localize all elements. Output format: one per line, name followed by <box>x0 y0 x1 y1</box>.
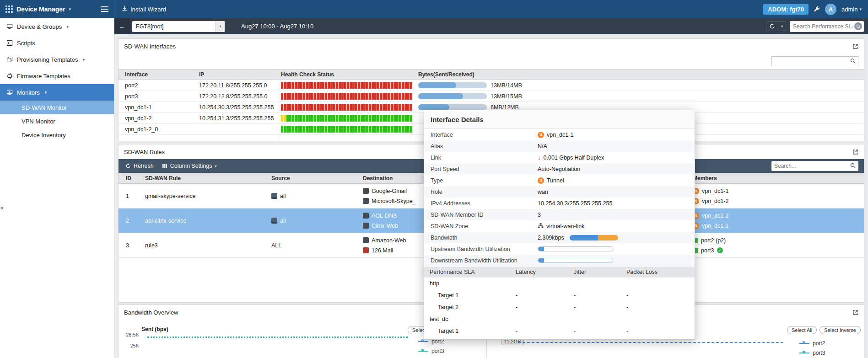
interface-ip: 172.20.11.8/255.255.255.0 <box>199 82 281 89</box>
sla-jitter-value: - <box>574 292 626 299</box>
health-block <box>399 115 401 122</box>
select-all-button[interactable]: Select All <box>787 326 817 334</box>
rules-search-input[interactable] <box>774 163 848 169</box>
sidebar-item-sdwan-monitor[interactable]: SD-WAN Monitor <box>0 101 114 114</box>
rule-members: port2 (p2)port3✓ <box>690 235 864 256</box>
app-title: Device Manager <box>16 5 65 13</box>
sidebar-item-device-inventory[interactable]: Device Inventory <box>0 128 114 142</box>
health-block <box>311 104 313 111</box>
wrench-icon[interactable] <box>814 6 820 12</box>
interface-name: vpn_dc1-2_0 <box>119 126 199 133</box>
sidebar-item-scripts[interactable]: Scripts <box>0 35 114 51</box>
column-settings-button[interactable]: Column Settings ▾ <box>158 159 221 173</box>
column-header[interactable]: Bytes(Sent/Received) <box>418 71 864 78</box>
legend-item[interactable]: port2 <box>799 340 825 347</box>
health-block <box>374 104 377 111</box>
legend-item[interactable]: port3 <box>799 350 825 356</box>
bandwidth-bar-segment <box>570 235 598 240</box>
adom-badge[interactable]: ADOM: fgt70 <box>763 4 809 15</box>
back-button[interactable]: ← <box>114 18 130 34</box>
health-block <box>295 126 297 133</box>
column-header[interactable]: Health Check Status <box>281 71 418 78</box>
series-marker <box>799 353 809 353</box>
popout-icon[interactable] <box>852 149 858 155</box>
app-switcher[interactable]: Device Manager ▾ <box>0 0 114 18</box>
column-header[interactable]: Source <box>265 175 356 182</box>
select-inverse-button[interactable]: Select Inverse <box>819 326 861 334</box>
search-icon[interactable] <box>850 163 856 170</box>
user-menu[interactable]: admin▾ <box>841 6 862 13</box>
health-block <box>333 93 335 100</box>
search-icon[interactable] <box>850 57 856 65</box>
sidebar-item-monitors[interactable]: Monitors ▾ <box>0 84 114 101</box>
popout-icon[interactable] <box>852 43 858 49</box>
health-block <box>295 82 297 89</box>
health-block <box>380 93 382 100</box>
sla-target-row: Target 1--- <box>424 289 695 301</box>
refresh-button[interactable]: Refresh <box>121 159 158 173</box>
field-value <box>538 258 695 263</box>
health-blocks <box>281 104 418 111</box>
health-block <box>383 126 385 133</box>
health-block <box>295 115 297 122</box>
health-block <box>319 82 322 89</box>
performance-sla-search-input[interactable] <box>793 23 852 30</box>
sidebar-collapse-handle[interactable]: « <box>0 205 4 211</box>
sidebar-item-firmware-templates[interactable]: Firmware Templates <box>0 68 114 84</box>
column-header[interactable]: ID <box>119 175 139 182</box>
health-block <box>369 115 371 122</box>
health-block <box>404 115 407 122</box>
column-header[interactable]: Interface <box>119 71 199 78</box>
health-block <box>372 104 374 111</box>
topbar-right: ADOM: fgt70 A admin▾ <box>763 4 868 15</box>
refresh-button[interactable] <box>766 22 778 31</box>
rule-source: all <box>265 218 356 224</box>
health-block <box>286 82 289 89</box>
hamburger-icon[interactable] <box>101 6 108 12</box>
bytes-bar <box>418 93 487 99</box>
health-block <box>281 126 283 133</box>
provisioning-templates-icon <box>6 56 13 63</box>
sidebar-item-provisioning-templates[interactable]: Provisioning Templates ▸ <box>0 51 114 68</box>
install-wizard-button[interactable]: Install Wizard <box>122 5 166 13</box>
interface-row[interactable]: port2172.20.11.8/255.255.255.013MB/14MB <box>119 80 864 91</box>
search-icon[interactable] <box>854 22 862 30</box>
tunnel-icon: ⇅ <box>538 132 544 138</box>
health-block <box>352 82 355 89</box>
field-text: Tunnel <box>547 177 564 184</box>
column-header[interactable]: SD-WAN Rule <box>139 175 265 182</box>
sidebar-item-device-groups[interactable]: Device & Groups ▸ <box>0 18 114 35</box>
legend-item[interactable]: port3 <box>418 348 444 354</box>
member-label: vpn_dc1-2 <box>702 213 728 219</box>
column-settings-label: Column Settings <box>170 163 212 169</box>
port2-series-line <box>518 342 783 343</box>
column-header[interactable]: IP <box>199 71 281 78</box>
field-label: SD-WAN Member ID <box>431 212 538 218</box>
column-header: Jitter <box>574 269 626 275</box>
health-block <box>402 82 404 89</box>
health-block <box>308 115 311 122</box>
health-block <box>374 115 377 122</box>
member-label: vpn_dc1-1 <box>702 188 728 194</box>
sidebar-item-vpn-monitor[interactable]: VPN Monitor <box>0 114 114 128</box>
bytes-cell: 13MB/14MB <box>418 82 864 89</box>
health-block <box>330 115 333 122</box>
interface-row[interactable]: port3172.20.12.8/255.255.255.013MB/15MB <box>119 91 864 102</box>
user-avatar[interactable]: A <box>825 4 836 15</box>
field-value: wan <box>538 189 695 195</box>
refresh-options-button[interactable]: ▾ <box>778 22 786 31</box>
column-header[interactable]: Members <box>690 175 864 182</box>
health-block <box>292 115 294 122</box>
chevron-right-icon: ▸ <box>67 24 69 29</box>
health-block <box>396 104 399 111</box>
health-block <box>281 82 283 89</box>
sla-target-row: Target 1--- <box>424 325 695 337</box>
popout-icon[interactable] <box>852 310 858 315</box>
device-selector[interactable]: FGT8[root] ▾ <box>132 21 225 32</box>
interfaces-search-input[interactable] <box>774 58 848 64</box>
sla-jitter-value: - <box>574 304 626 310</box>
health-block <box>402 104 404 111</box>
panel-title: SD-WAN Interfaces <box>124 43 176 50</box>
health-block <box>300 126 302 133</box>
bytes-bar-fill <box>418 82 456 88</box>
